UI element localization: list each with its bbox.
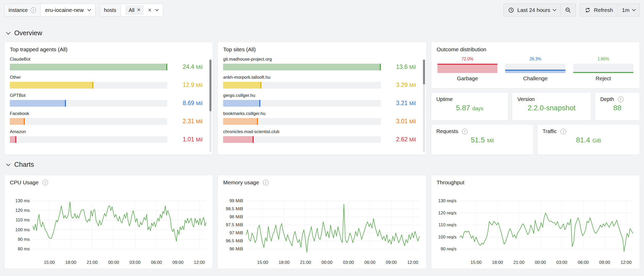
memory-chart: 99 MiB98.5 MiB98 MiB97.5 MiB97 MiB96.5 M… [221,201,419,249]
info-icon [462,129,468,134]
section-overview[interactable]: Overview [7,29,644,37]
y-axis: 99 MiB98.5 MiB98 MiB97.5 MiB97 MiB96.5 M… [221,201,246,249]
x-tick-label: 12:00 [620,260,632,265]
gauge-value: 3.21 Mil [385,100,416,107]
y-tick-label: 130 ms [15,198,30,204]
stat-value: 88 [600,104,634,118]
bar-gauge [223,100,381,107]
x-tick-label: 15:00 [257,260,268,265]
vertical-bar-gauge [505,64,565,73]
scrollbar-track[interactable] [423,60,425,152]
refresh-interval-select[interactable]: 1m [617,4,640,16]
scrollbar-thumb[interactable] [209,60,211,111]
x-tick-label: 18:00 [492,260,503,265]
gauge-row: ClaudeBot24.4 Mil [10,57,202,70]
stat-title: Uptime [436,96,503,102]
instance-select[interactable]: eru-iocaine-new [41,4,95,16]
stat-uptime: Uptime 5.87days [431,92,509,121]
scrollbar-thumb[interactable] [423,60,425,84]
outcome-gauge: 26.3%Challenge [505,57,565,82]
hosts-select[interactable]: All [121,4,163,16]
gauge-row: Other12.9 Mil [10,75,202,89]
gauge-row: ankh-morpork.tallsoft.hu3.29 Mil [223,75,416,89]
panel-title: Top trapped agents (All) [4,42,213,53]
y-tick-label: 98 MiB [229,214,243,220]
x-tick-label: 21:00 [87,260,98,265]
x-tick-label: 00:00 [108,260,119,265]
stat-value: 51.5Mil [436,136,528,152]
gauge-value: 2.62 Mil [385,136,416,143]
outcome-gauge: 72.0%Garbage [437,57,498,82]
gauge-row: bookmarks.csillger.hu3.01 Mil [223,111,416,125]
info-icon [42,180,48,185]
stat-depth: Depth 88 [595,92,640,121]
overview-right-column: Outcome distribution 72.0%Garbage26.3%Ch… [431,42,640,155]
panel-throughput: Throughput 130 req/s120 req/s110 req/s10… [431,175,640,269]
y-tick-label: 99 MiB [229,198,243,204]
gauge-row: gergo.csillger.hu3.21 Mil [223,93,416,107]
panel-title: Throughput [431,175,640,186]
zoom-out-button[interactable] [560,4,575,16]
x-tick-label: 18:00 [65,260,76,265]
y-axis: 130 ms120 ms110 ms100 ms90 ms80 ms [8,201,33,249]
time-range-label: Last 24 hours [517,7,550,13]
y-tick-label: 90 ms [18,237,30,242]
gauge-value: 8.69 Mil [171,100,202,107]
x-tick-label: 03:00 [343,260,354,265]
vertical-bar-gauge [437,64,498,73]
x-tick-label: 12:00 [194,260,205,265]
outcome-label: Garbage [457,75,478,82]
scrollbar-track[interactable] [209,60,211,152]
gauge-value: 3.01 Mil [385,118,416,125]
line-chart [33,201,206,249]
gauge-label: Amazon [10,129,202,134]
y-tick-label: 120 req/s [438,210,457,216]
clock-icon [508,7,514,13]
outcome-gauges: 72.0%Garbage26.3%Challenge1.65%Reject [431,53,640,82]
info-icon [618,97,624,102]
hosts-chip-label: All [129,7,134,13]
throughput-chart: 130 req/s120 req/s110 req/s100 req/s90 r… [435,201,633,249]
time-range-picker[interactable]: Last 24 hours [504,4,560,16]
panel-outcome-distribution: Outcome distribution 72.0%Garbage26.3%Ch… [431,42,640,89]
gauge-row: Facebook2.31 Mil [10,111,202,125]
y-tick-label: 90 req/s [441,246,456,252]
cpu-chart: 130 ms120 ms110 ms100 ms90 ms80 ms [8,201,206,249]
hosts-chip-all[interactable]: All [125,5,144,15]
panel-top-sites: Top sites (All) git.madhouse-project.org… [217,42,426,155]
hosts-label: hosts [100,4,121,16]
gauge-label: Other [10,75,202,80]
section-charts[interactable]: Charts [7,161,644,169]
info-icon [31,7,36,13]
outcome-value: 72.0% [461,57,473,61]
plot-area [460,201,633,249]
y-tick-label: 120 ms [15,208,30,213]
stat-title: Traffic [543,128,634,134]
panel-memory-usage: Memory usage 99 MiB98.5 MiB98 MiB97.5 Mi… [217,175,426,269]
line-chart [460,201,633,249]
bar-gauge [10,64,167,70]
x-tick-label: 09:00 [172,260,184,265]
remove-chip-icon[interactable] [137,7,140,13]
gauge-row: Amazon1.01 Mil [10,129,202,143]
panel-cpu-usage: CPU Usage 130 ms120 ms110 ms100 ms90 ms8… [4,175,213,269]
hosts-label-text: hosts [104,7,116,13]
chevron-down-icon [6,30,11,34]
hosts-clear-icon[interactable] [148,7,151,13]
x-tick-label: 00:00 [535,260,546,265]
stat-value: 81.4GiB [543,136,634,152]
gauge-label: bookmarks.csillger.hu [223,111,416,116]
stat-title: Depth [600,96,634,102]
bar-gauge [223,136,381,143]
x-tick-label: 06:00 [364,260,375,265]
refresh-interval-value: 1m [622,7,630,13]
vertical-bar-gauge [573,64,633,73]
line-chart [246,201,419,249]
x-tick-label: 03:00 [130,260,141,265]
sites-gauge-list: git.madhouse-project.org13.6 Milankh-mor… [218,53,426,143]
y-tick-label: 110 ms [16,217,30,223]
x-axis: 15:0018:0021:0000:0003:0006:0009:0012:00 [246,260,419,266]
refresh-button[interactable]: Refresh [580,4,617,16]
gauge-row: chronicles.mad-scientist.club2.62 Mil [223,129,416,143]
stats-row-1: Uptime 5.87days Version 2.2.0-snapshot D… [431,92,640,121]
